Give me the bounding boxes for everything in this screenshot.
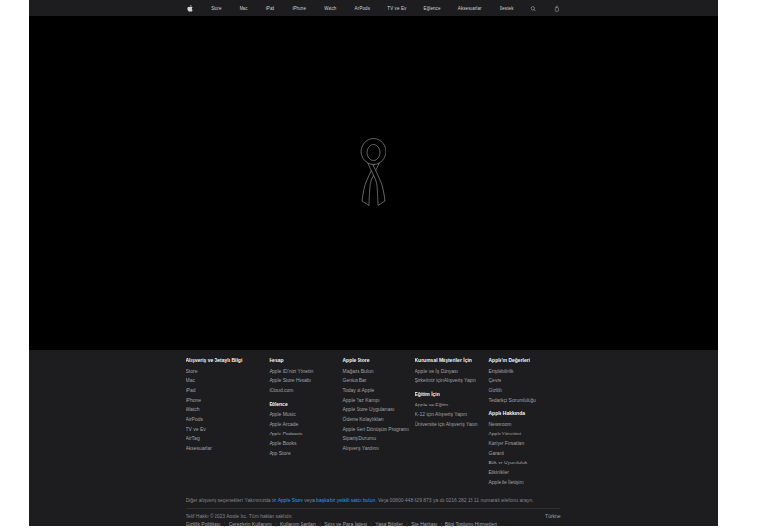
footer-link[interactable]: AirTag <box>186 435 270 441</box>
footer-link[interactable]: Tedarikçi Sorumluluğu <box>489 397 561 403</box>
footer-link[interactable]: Apple ile İletişim <box>489 479 561 485</box>
shop-note-text: Diğer alışveriş seçenekleri: Yakınınızda <box>186 497 272 503</box>
footer-group: Kurumsal Müşteriler İçinApple ve İş Düny… <box>415 358 489 383</box>
footer-group: Apple StoreMağaza BulunGenius BarToday a… <box>343 358 415 451</box>
shop-note-link[interactable]: başka bir yetkili satıcı bulun <box>316 497 375 503</box>
nav-item-aksesuarlar[interactable]: Aksesuarlar <box>458 6 482 11</box>
footer-column: Kurumsal Müşteriler İçinApple ve İş Düny… <box>415 358 489 493</box>
footer-link[interactable]: iPhone <box>186 397 270 403</box>
search-icon[interactable] <box>531 6 537 12</box>
legal-link[interactable]: Yasal Bilgiler <box>375 522 403 528</box>
footer-link[interactable]: Apple ID'nizi Yönetin <box>270 368 343 374</box>
footer: Alışveriş ve Detaylı BilgiStoreMaciPadiP… <box>29 350 718 526</box>
browser-page: StoreMaciPadiPhoneWatchAirPodsTV ve EvEğ… <box>0 0 773 532</box>
nav-item-tv-ve-ev[interactable]: TV ve Ev <box>387 6 406 11</box>
footer-link[interactable]: Apple Store Uygulaması <box>343 406 415 412</box>
footer-link[interactable]: TV ve Ev <box>186 426 270 432</box>
legal-link-separator: | <box>220 522 228 528</box>
footer-link[interactable]: Etkinlikler <box>489 469 561 475</box>
nav-item-ipad[interactable]: iPad <box>266 6 274 11</box>
nav-item-mac[interactable]: Mac <box>240 6 248 11</box>
footer-column: Apple StoreMağaza BulunGenius BarToday a… <box>343 358 415 493</box>
footer-group-header: Hesap <box>270 358 343 364</box>
legal-link[interactable]: Çerezlerin Kullanımı <box>229 522 272 528</box>
nav-item-watch[interactable]: Watch <box>324 6 336 11</box>
footer-group-header: Apple'ın Değerleri <box>489 358 561 364</box>
footer-group: Eğitim İçinApple ve EğitimK-12 için Alış… <box>415 392 489 427</box>
footer-link[interactable]: Garanti <box>489 450 561 456</box>
footer-link[interactable]: Kariyer Fırsatları <box>489 440 561 446</box>
footer-link[interactable]: Genius Bar <box>343 378 415 383</box>
footer-column: HesapApple ID'nizi YönetinApple Store He… <box>270 358 343 493</box>
black-mourning-ribbon <box>355 137 392 210</box>
footer-group-header: Kurumsal Müşteriler İçin <box>415 358 489 364</box>
footer-link[interactable]: Aksesuarlar <box>186 445 270 451</box>
shop-note-link[interactable]: bir Apple Store <box>272 497 303 503</box>
footer-link[interactable]: Apple Geri Dönüşüm Programı <box>343 426 415 432</box>
footer-group: HesapApple ID'nizi YönetinApple Store He… <box>270 358 343 393</box>
footer-link[interactable]: Erişilebilirlik <box>489 368 561 374</box>
legal-link[interactable]: Satış ve Para İadesi <box>324 522 367 528</box>
footer-group: Apple'ın DeğerleriErişilebilirlikÇevreGi… <box>489 358 561 403</box>
country-selector[interactable]: Türkiye <box>545 514 560 519</box>
footer-link[interactable]: App Store <box>270 450 343 456</box>
nav-item-e-lence[interactable]: Eğlence <box>424 6 441 11</box>
footer-link[interactable]: Store <box>186 368 270 374</box>
footer-link[interactable]: Sipariş Durumu <box>343 435 415 441</box>
legal-links: Gizlilik Politikası|Çerezlerin Kullanımı… <box>186 522 497 528</box>
footer-legal-section: Telif Hakkı © 2023 Apple Inc. Tüm haklar… <box>186 509 561 528</box>
footer-link[interactable]: AirPods <box>186 416 270 422</box>
legal-link-separator: | <box>316 522 324 528</box>
legal-link-separator: | <box>367 522 375 528</box>
footer-link[interactable]: Mağaza Bulun <box>343 368 415 374</box>
footer-link[interactable]: Apple Yaz Kampı <box>343 397 415 403</box>
legal-link[interactable]: Kullanım Şartları <box>280 522 316 528</box>
footer-group-header: Eğlence <box>270 402 343 407</box>
legal-link-separator: | <box>272 522 280 528</box>
shopping-bag-icon[interactable] <box>554 5 559 12</box>
footer-link[interactable]: Ödeme Kolaylıkları <box>343 416 415 422</box>
footer-directory: Alışveriş ve Detaylı BilgiStoreMaciPadiP… <box>186 358 561 493</box>
legal-link[interactable]: Gizlilik Politikası <box>186 522 221 528</box>
footer-link[interactable]: Apple ve Eğitim <box>415 402 489 407</box>
ribbon-loop <box>361 139 386 165</box>
footer-link[interactable]: iPad <box>186 387 270 393</box>
footer-link[interactable]: iCloud.com <box>270 387 343 393</box>
footer-group-header: Apple Hakkında <box>489 411 561 417</box>
footer-link[interactable]: Çevre <box>489 378 561 383</box>
footer-link[interactable]: Today at Apple <box>343 387 415 393</box>
footer-link[interactable]: Gizlilik <box>489 387 561 393</box>
main-content <box>29 16 718 350</box>
footer-column: Apple'ın DeğerleriErişilebilirlikÇevreGi… <box>489 358 561 493</box>
footer-link[interactable]: Newsroom <box>489 421 561 427</box>
footer-link[interactable]: Watch <box>186 406 270 412</box>
shop-note-text: veya <box>303 497 316 503</box>
footer-group-header: Eğitim İçin <box>415 392 489 398</box>
nav-item-destek[interactable]: Destek <box>500 6 514 11</box>
footer-group: Apple HakkındaNewsroomApple YönetimiKari… <box>489 411 561 485</box>
footer-link[interactable]: Apple Books <box>270 440 343 446</box>
footer-link[interactable]: Apple ve İş Dünyası <box>415 368 489 374</box>
legal-link[interactable]: Site Haritası <box>411 522 437 528</box>
nav-item-iphone[interactable]: iPhone <box>292 6 306 11</box>
footer-group-header: Alışveriş ve Detaylı Bilgi <box>186 358 270 364</box>
apple-logo[interactable] <box>187 5 193 12</box>
footer-link[interactable]: Apple Store Hesabı <box>270 378 343 383</box>
legal-link[interactable]: Bilgi Toplumu Hizmetleri <box>445 522 497 528</box>
footer-link[interactable]: Üniversite için Alışveriş Yapın <box>415 421 489 427</box>
footer-link[interactable]: Apple Podcasts <box>270 431 343 436</box>
global-nav: StoreMaciPadiPhoneWatchAirPodsTV ve EvEğ… <box>29 0 718 16</box>
footer-link[interactable]: Apple Yönetimi <box>489 431 561 436</box>
footer-link[interactable]: Apple Music <box>270 411 343 417</box>
footer-link[interactable]: Alışveriş Yardımı <box>343 445 415 451</box>
footer-link[interactable]: Etik ve Uyumluluk <box>489 460 561 465</box>
apple-tr-page: StoreMaciPadiPhoneWatchAirPodsTV ve EvEğ… <box>29 0 718 526</box>
footer-link[interactable]: K-12 için Alışveriş Yapın <box>415 411 489 417</box>
legal-link-separator: | <box>437 522 444 528</box>
footer-link[interactable]: Şirketiniz için Alışveriş Yapın <box>415 378 489 383</box>
shop-note-text: . Veya 00800 448 829 873 ya da 0216 282 … <box>375 497 533 503</box>
footer-link[interactable]: Mac <box>186 378 270 383</box>
nav-item-store[interactable]: Store <box>211 6 221 11</box>
nav-item-airpods[interactable]: AirPods <box>355 6 370 11</box>
footer-link[interactable]: Apple Arcade <box>270 421 343 427</box>
